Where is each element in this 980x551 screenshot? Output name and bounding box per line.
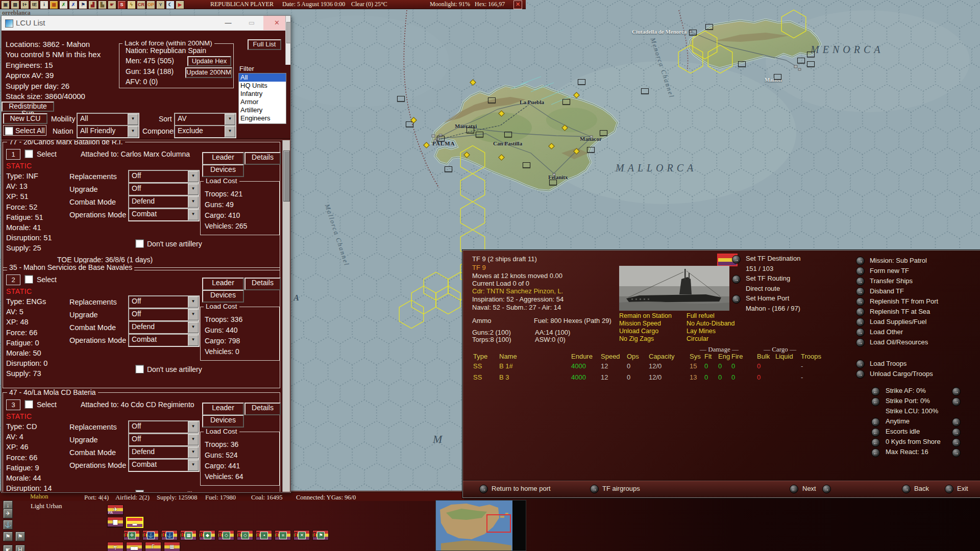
leader-button[interactable]: Leader [202, 278, 244, 290]
decrease-arrow-button[interactable]: ← [871, 397, 880, 406]
arrow-icon[interactable]: → [856, 277, 865, 286]
tf-commander[interactable]: Cdr: TNTN Sanchez Pinzon, L. [472, 287, 563, 295]
arrow-icon[interactable]: → [590, 485, 599, 493]
ship-tile-selected[interactable]: ▂ [126, 517, 143, 528]
exit-button[interactable]: Exit [957, 485, 968, 492]
tf-dest-row[interactable]: Set TF Destination [746, 255, 800, 262]
chevron-down-icon[interactable]: ▼ [188, 171, 199, 182]
arrow-icon[interactable]: → [856, 318, 865, 327]
leader-button[interactable]: Leader [202, 152, 244, 165]
arrow-button[interactable]: → [732, 295, 741, 304]
arrow-icon[interactable]: → [856, 360, 865, 368]
tf-command[interactable]: →Unload Cargo/Troops [856, 370, 933, 379]
tf-status-toggle[interactable]: Mission Speed [619, 320, 672, 327]
arrow-button[interactable]: → [732, 275, 741, 284]
tf-command[interactable]: →Transfer Ships [856, 277, 938, 286]
support-symbol-icon[interactable]: ▄▄ [127, 543, 142, 551]
upgrade-dropdown[interactable]: Off▼ [128, 308, 200, 321]
republican-flag-icon[interactable] [562, 99, 570, 105]
tf-command[interactable]: →Load Supplies/Fuel [856, 318, 938, 327]
unit-number-button[interactable]: 1 [6, 149, 20, 160]
tf-status-toggle[interactable]: No Auto-Disband [687, 320, 735, 327]
chevron-down-icon[interactable]: ▼ [225, 126, 235, 137]
select-all-button[interactable]: Select All [3, 125, 46, 136]
republican-flag-icon[interactable] [578, 79, 585, 85]
filter-listbox[interactable]: AllHQ UnitsInfantryArmorArtilleryEnginee… [238, 73, 286, 124]
decrease-arrow-button[interactable]: ← [871, 418, 880, 427]
tf-status-toggle[interactable]: No Zig Zags [619, 335, 672, 342]
operations-mode-dropdown[interactable]: Combat▼ [128, 208, 200, 221]
republican-flag-icon[interactable] [641, 88, 649, 94]
republican-flag-icon[interactable] [689, 30, 697, 35]
select-all-checkbox[interactable] [5, 127, 13, 135]
unit-list-scrollbar[interactable] [282, 140, 290, 492]
chevron-down-icon[interactable]: ▼ [188, 184, 199, 195]
devices-button[interactable]: Devices [202, 290, 244, 303]
filter-option[interactable]: Artillery [240, 106, 286, 114]
artillery-checkbox[interactable] [135, 365, 144, 373]
unit-symbol-icon[interactable]: ⚑ [317, 532, 325, 539]
arrow-icon[interactable]: → [479, 485, 488, 493]
tf-command[interactable]: →Disband TF [856, 287, 938, 296]
components-dropdown[interactable]: Exclude▼ [174, 125, 236, 138]
chevron-down-icon[interactable]: ▼ [188, 421, 199, 433]
unit-symbol-icon[interactable]: ⚓ [147, 532, 155, 539]
tf-command[interactable]: →Replenish TF from Port [856, 297, 938, 306]
support-symbol-icon[interactable]: ▦ [164, 543, 180, 551]
filter-option[interactable]: Armor [240, 98, 286, 106]
chevron-down-icon[interactable]: ▼ [225, 114, 235, 125]
republican-flag-icon[interactable] [504, 132, 512, 137]
mobility-dropdown[interactable]: All▼ [77, 113, 139, 126]
next-arrow-icon[interactable]: → [822, 485, 831, 493]
air-group-tile[interactable]: ✈ PA [107, 505, 124, 515]
minimize-icon[interactable]: — [216, 16, 240, 30]
update-hex-button[interactable]: Update Hex [187, 56, 231, 66]
decrease-arrow-button[interactable]: ← [871, 387, 880, 396]
tf-status-toggle[interactable]: Lay Mines [687, 328, 735, 335]
unit-symbol-icon[interactable]: ✕ [298, 532, 306, 539]
arrow-icon[interactable]: → [902, 485, 911, 493]
devices-button[interactable]: Devices [202, 415, 244, 428]
tf-command[interactable]: →Load Troops [856, 360, 933, 368]
republican-flag-icon[interactable] [587, 147, 595, 153]
replacements-dropdown[interactable]: Off▼ [128, 170, 200, 183]
combat-mode-dropdown[interactable]: Defend▼ [128, 446, 200, 459]
chevron-down-icon[interactable]: ▼ [188, 296, 199, 308]
arrow-button[interactable]: → [732, 255, 741, 264]
republican-flag-icon[interactable] [738, 61, 746, 67]
filter-option[interactable]: Engineers [240, 114, 286, 122]
arrow-icon[interactable]: → [856, 287, 865, 296]
full-list-button[interactable]: Full List [248, 39, 281, 50]
support-symbol-icon[interactable]: Γ [145, 543, 161, 551]
increase-arrow-button[interactable]: → [952, 438, 961, 447]
unit-symbol-icon[interactable]: ◇ [241, 532, 249, 539]
chevron-down-icon[interactable]: ▼ [128, 126, 138, 137]
decrease-arrow-button[interactable]: ← [871, 438, 880, 447]
tf-name[interactable]: TF 9 [472, 264, 486, 271]
decrease-arrow-button[interactable]: ← [871, 428, 880, 437]
increase-arrow-button[interactable]: → [952, 397, 961, 406]
republican-flag-icon[interactable] [807, 61, 815, 67]
republican-flag-icon[interactable] [476, 132, 483, 137]
ship-tile[interactable]: ▆ [107, 517, 124, 527]
scrollbar-thumb[interactable] [283, 151, 290, 202]
prev-arrow-icon[interactable]: ← [790, 485, 798, 493]
combat-mode-dropdown[interactable]: Defend▼ [128, 321, 200, 334]
operations-mode-dropdown[interactable]: Combat▼ [128, 334, 200, 347]
arrow-icon[interactable]: → [856, 370, 865, 379]
support-symbol-icon[interactable]: ┭ [108, 543, 123, 551]
filter-option[interactable]: Infantry [240, 90, 286, 98]
republican-flag-icon[interactable] [549, 180, 557, 185]
chevron-down-icon[interactable]: ▼ [188, 460, 199, 471]
unit-symbol-icon[interactable]: ▪ [260, 532, 268, 539]
combat-mode-dropdown[interactable]: Defend▼ [128, 195, 200, 209]
chevron-down-icon[interactable]: ▼ [188, 196, 199, 208]
tf-airgroups-button[interactable]: TF airgroups [602, 485, 640, 492]
republican-flag-icon[interactable] [774, 74, 781, 80]
mini-map[interactable] [435, 500, 526, 551]
chevron-down-icon[interactable]: ▼ [188, 335, 199, 346]
maximize-icon[interactable]: ▭ [240, 16, 263, 30]
leader-button[interactable]: Leader [202, 403, 244, 415]
republican-flag-icon[interactable] [445, 166, 452, 172]
tf-status-toggle[interactable]: Circular [687, 335, 735, 342]
